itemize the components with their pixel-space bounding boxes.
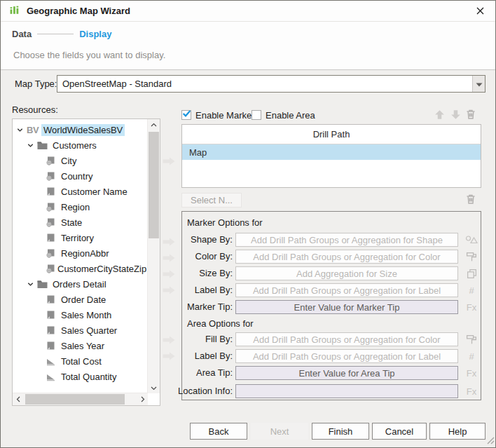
app-logo-icon (9, 4, 21, 18)
move-up-icon[interactable] (432, 107, 446, 121)
tree-item-label: City (59, 155, 78, 167)
dim-icon (46, 310, 59, 320)
area-options-title: Area Options for (187, 318, 254, 329)
area-label-by-input[interactable] (235, 349, 458, 363)
tree-item-region[interactable]: Region (13, 199, 148, 215)
scroll-left-icon[interactable] (13, 393, 23, 405)
area-label-by-label: Label By: (195, 349, 233, 363)
area-label-by-row: Label By:# (182, 349, 481, 363)
area-fill-by-input[interactable] (235, 332, 458, 346)
tree-item-sales-month[interactable]: Sales Month (13, 307, 148, 323)
tree-item-customer-name[interactable]: Customer Name (13, 184, 148, 199)
marker-size-by-input[interactable] (235, 266, 458, 280)
chevron-down-icon[interactable] (16, 126, 27, 134)
resize-grip[interactable] (485, 435, 495, 447)
tree-item-label: WorldWideSalesBV (41, 124, 125, 136)
map-type-select[interactable]: OpenStreetMap - Standard (57, 75, 485, 93)
measure-icon (46, 372, 59, 381)
geographic-map-wizard-dialog: Geographic Map Wizard Data Display Choos… (0, 0, 496, 448)
dim-icon (46, 325, 59, 335)
drill-path-row-map[interactable]: Map (182, 144, 481, 160)
delete-field-icon[interactable] (464, 192, 478, 206)
wizard-steps: Data Display (12, 29, 111, 39)
resources-tree: BVWorldWideSalesBVCustomersCityCountryCu… (12, 118, 160, 406)
location-info-input[interactable] (235, 384, 458, 398)
help-button[interactable]: Help (429, 423, 485, 440)
horizontal-scrollbar[interactable] (13, 393, 148, 405)
dim-icon (46, 186, 59, 196)
close-icon[interactable] (473, 4, 487, 18)
business-view-icon: BV (27, 125, 39, 135)
chevron-down-icon[interactable] (27, 280, 37, 288)
wizard-header: Geographic Map Wizard Data Display Choos… (1, 1, 495, 70)
tree-item-label: Sales Quarter (59, 325, 119, 337)
marker-options-title: Marker Options for (187, 217, 263, 228)
marker-marker-tip-input[interactable] (235, 300, 458, 314)
scroll-up-icon[interactable] (148, 119, 160, 130)
chevron-down-icon[interactable] (27, 142, 37, 149)
tree-item-territory[interactable]: Territory (13, 230, 148, 245)
transfer-right-arrow-icon[interactable] (162, 335, 176, 345)
map-type-value: OpenStreetMap - Standard (57, 79, 172, 89)
select-n-button[interactable]: Select N... (181, 193, 242, 208)
delete-drill-path-icon[interactable] (464, 107, 478, 121)
transfer-right-arrow-icon[interactable] (162, 253, 176, 263)
step-display[interactable]: Display (79, 29, 111, 39)
marker-marker-tip-label: Marker Tip: (187, 300, 233, 314)
formula-fx-icon: Fx (462, 366, 481, 380)
marker-color-by-input[interactable] (235, 250, 458, 264)
marker-shape-by-input[interactable] (235, 233, 458, 247)
area-area-tip-input[interactable] (235, 366, 458, 380)
tree-item-order-date[interactable]: Order Date (13, 292, 148, 307)
cancel-button[interactable]: Cancel (372, 423, 427, 440)
tree-item-orders-detail[interactable]: Orders Detail (13, 276, 148, 292)
location-info-row: Location Info:Fx (182, 384, 481, 398)
tree-item-sales-year[interactable]: Sales Year (13, 338, 148, 353)
tree-item-total-quantity[interactable]: Total Quantity (13, 369, 148, 384)
tree-item-regionabbr[interactable]: RegionAbbr (13, 245, 148, 261)
tree-item-label: Customers (50, 140, 99, 151)
tree-item-customers[interactable]: Customers (13, 137, 148, 153)
tree-item-state[interactable]: State (13, 215, 148, 230)
geo-icon (46, 217, 59, 227)
dim-icon (46, 233, 59, 243)
marker-color-by-label: Color By: (195, 250, 233, 264)
step-data[interactable]: Data (12, 29, 32, 39)
vertical-scrollbar[interactable] (147, 119, 160, 393)
marker-size-by-row: Size By: (182, 266, 481, 280)
enable-area-label: Enable Area (266, 110, 315, 121)
transfer-right-arrow-icon[interactable] (162, 351, 176, 361)
tree-item-label: Region (59, 201, 92, 213)
tree-item-total-cost[interactable]: Total Cost (13, 353, 148, 369)
resources-tree-items: BVWorldWideSalesBVCustomersCityCountryCu… (13, 122, 148, 393)
scroll-down-icon[interactable] (148, 383, 160, 393)
tree-item-city[interactable]: City (13, 153, 148, 168)
transfer-right-arrow-icon[interactable] (162, 285, 176, 295)
enable-marker-checkbox[interactable] (181, 110, 191, 120)
scroll-right-icon[interactable] (137, 393, 148, 405)
enable-marker-label: Enable Marker (195, 110, 255, 121)
tree-item-worldwidesalesbv[interactable]: BVWorldWideSalesBV (13, 122, 148, 137)
back-button[interactable]: Back (190, 423, 247, 440)
transfer-right-arrow-icon[interactable] (162, 237, 176, 247)
window-title: Geographic Map Wizard (27, 6, 130, 16)
marker-label-by-input[interactable] (235, 283, 458, 297)
next-button[interactable]: Next (251, 423, 308, 440)
transfer-right-arrow-icon[interactable] (162, 269, 176, 279)
finish-button[interactable]: Finish (312, 423, 369, 440)
tree-item-country[interactable]: Country (13, 168, 148, 184)
tree-item-label: Order Date (59, 294, 108, 306)
tree-item-label: Sales Year (59, 340, 106, 352)
options-panel: Marker Options for Shape By:Color By:Siz… (181, 211, 481, 400)
combo-dropdown-button[interactable] (472, 76, 485, 92)
tree-item-customercitystatezip[interactable]: CustomerCityStateZip (13, 261, 148, 276)
enable-area-checkbox[interactable] (252, 110, 261, 120)
location-info-label: Location Info: (178, 384, 233, 398)
tree-item-label: CustomerCityStateZip (55, 263, 148, 275)
checkmark-icon (182, 109, 191, 121)
move-down-icon[interactable] (448, 107, 462, 121)
transfer-right-arrow-icon[interactable] (162, 156, 176, 166)
tree-item-sales-quarter[interactable]: Sales Quarter (13, 323, 148, 338)
vertical-scroll-thumb[interactable] (149, 132, 159, 238)
horizontal-scroll-thumb[interactable] (25, 394, 125, 405)
